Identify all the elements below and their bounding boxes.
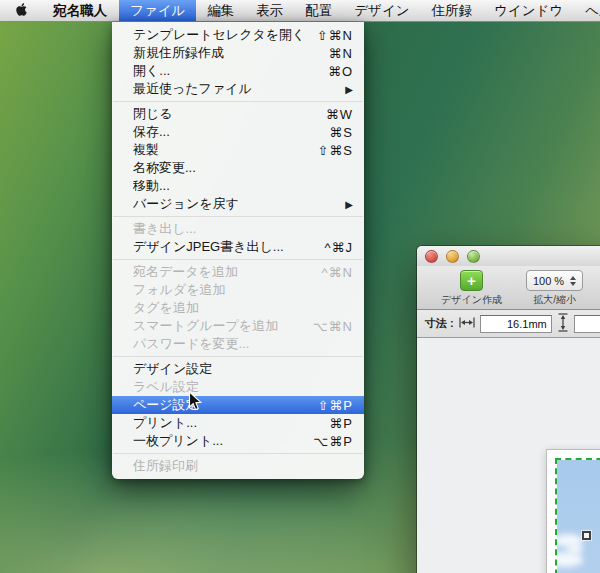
plus-icon[interactable]: +	[460, 270, 483, 291]
menu-item-shortcut: ⌥⌘N	[313, 319, 353, 334]
window-titlebar[interactable]	[417, 246, 600, 266]
create-design-label: デザイン作成	[441, 293, 502, 307]
menu-item-label: デザイン設定	[133, 360, 353, 378]
menu-item-label: フォルダを追加	[133, 281, 353, 299]
menubar-item-6[interactable]: 住所録	[421, 0, 484, 21]
apple-icon	[15, 2, 28, 20]
menu-separator	[113, 356, 363, 357]
file-menu-item-3[interactable]: 最近使ったファイル▶	[112, 80, 364, 98]
file-menu-item-2[interactable]: 開く...⌘O	[112, 62, 364, 80]
selection-outline[interactable]	[555, 458, 600, 573]
file-menu-item-7[interactable]: 複製⇧⌘S	[112, 141, 364, 159]
window-toolbar: + デザイン作成 100 % 拡大/縮小 表示	[417, 266, 600, 310]
menu-item-label: 宛名データを追加	[133, 263, 310, 281]
file-menu-item-1[interactable]: 新規住所録作成⌘N	[112, 44, 364, 62]
menu-item-label: バージョンを戻す	[133, 195, 333, 213]
file-menu-item-21[interactable]: デザイン設定	[112, 360, 364, 378]
file-menu-item-10[interactable]: バージョンを戻す▶	[112, 195, 364, 213]
file-menu: テンプレートセレクタを開く...⇧⌘N新規住所録作成⌘N開く...⌘O最近使った…	[112, 22, 364, 479]
menu-item-shortcut: ⌘O	[328, 64, 353, 79]
menu-item-shortcut: ^⌘N	[322, 265, 354, 280]
file-menu-item-12: 書き出し...	[112, 220, 364, 238]
file-menu-item-27: 住所録印刷	[112, 457, 364, 475]
zoom-tool: 100 % 拡大/縮小	[526, 270, 583, 307]
file-menu-item-23[interactable]: ページ設定⇧⌘P	[112, 396, 364, 414]
document-page[interactable]	[546, 449, 600, 573]
menu-item-label: 最近使ったファイル	[133, 80, 333, 98]
menu-item-label: ラベル設定	[133, 378, 353, 396]
file-menu-item-19: パスワードを変更...	[112, 335, 364, 353]
menu-item-label: 新規住所録作成	[133, 44, 317, 62]
file-menu-item-6[interactable]: 保存...⌘S	[112, 123, 364, 141]
menu-item-shortcut: ⇧⌘S	[317, 143, 353, 158]
menu-item-label: 一枚プリント...	[133, 432, 301, 450]
menubar-item-0[interactable]: 宛名職人	[41, 0, 119, 21]
submenu-arrow-icon: ▶	[345, 84, 353, 95]
menu-item-shortcut: ⌥⌘P	[313, 434, 353, 449]
menu-separator	[113, 453, 363, 454]
file-menu-item-8[interactable]: 名称変更...	[112, 159, 364, 177]
close-window-button[interactable]	[425, 250, 438, 263]
document-window: + デザイン作成 100 % 拡大/縮小 表示	[417, 246, 600, 573]
desktop: 宛名職人ファイル編集表示配置デザイン住所録ウインドウヘルプ テンプレートセレクタ…	[0, 0, 600, 573]
menu-item-label: 保存...	[133, 123, 317, 141]
file-menu-item-18: スマートグループを追加⌥⌘N	[112, 317, 364, 335]
menubar-item-7[interactable]: ウインドウ	[483, 0, 574, 21]
apple-menu[interactable]	[0, 0, 41, 21]
file-menu-item-13[interactable]: デザインJPEG書き出し...^⌘J	[112, 238, 364, 256]
menu-item-shortcut: ^⌘J	[324, 240, 353, 255]
menu-separator	[113, 216, 363, 217]
menu-item-label: 閉じる	[133, 105, 314, 123]
file-menu-item-15: 宛名データを追加^⌘N	[112, 263, 364, 281]
menu-item-label: 書き出し...	[133, 220, 353, 238]
design-canvas[interactable]	[417, 341, 600, 573]
menu-item-label: 複製	[133, 141, 305, 159]
menu-item-label: 住所録印刷	[133, 457, 353, 475]
menu-item-label: スマートグループを追加	[133, 317, 301, 335]
menu-item-label: テンプレートセレクタを開く...	[133, 26, 305, 44]
horizontal-measure-icon	[459, 316, 475, 331]
minimize-window-button[interactable]	[446, 250, 459, 263]
zoom-label: 拡大/縮小	[533, 293, 576, 307]
menubar-item-2[interactable]: 編集	[196, 0, 245, 21]
stepper-arrows-icon[interactable]	[570, 276, 576, 286]
dimension-label: 寸法 :	[425, 316, 454, 331]
vertical-measure-icon	[557, 313, 569, 334]
menubar-item-1[interactable]: ファイル	[119, 0, 196, 21]
dimension-bar: 寸法 : 16.1mm	[417, 310, 600, 338]
menu-item-label: タグを追加	[133, 299, 353, 317]
menu-item-shortcut: ⌘S	[329, 125, 353, 140]
menubar-item-8[interactable]: ヘルプ	[574, 0, 600, 21]
menu-item-shortcut: ⇧⌘N	[317, 28, 353, 43]
menubar-item-4[interactable]: 配置	[294, 0, 343, 21]
zoom-stepper[interactable]: 100 %	[526, 270, 583, 291]
menu-separator	[113, 101, 363, 102]
zoom-value: 100 %	[533, 275, 564, 287]
file-menu-item-25[interactable]: 一枚プリント...⌥⌘P	[112, 432, 364, 450]
menubar-item-5[interactable]: デザイン	[343, 0, 420, 21]
menu-item-shortcut: ⌘P	[329, 416, 353, 431]
file-menu-item-22: ラベル設定	[112, 378, 364, 396]
height-field[interactable]: 71.5	[574, 315, 600, 333]
placed-photo[interactable]	[557, 460, 600, 573]
file-menu-item-0[interactable]: テンプレートセレクタを開く...⇧⌘N	[112, 26, 364, 44]
menu-item-label: プリント...	[133, 414, 317, 432]
menu-item-shortcut: ⌘N	[329, 46, 353, 61]
menu-item-label: ページ設定	[133, 396, 305, 414]
file-menu-item-16: フォルダを追加	[112, 281, 364, 299]
file-menu-item-9[interactable]: 移動...	[112, 177, 364, 195]
file-menu-item-24[interactable]: プリント...⌘P	[112, 414, 364, 432]
menubar-item-3[interactable]: 表示	[245, 0, 294, 21]
create-design-tool[interactable]: + デザイン作成	[441, 270, 502, 307]
selection-handle[interactable]	[582, 531, 591, 540]
menu-bar: 宛名職人ファイル編集表示配置デザイン住所録ウインドウヘルプ	[0, 0, 600, 22]
mouse-cursor-icon	[188, 391, 203, 412]
menu-item-shortcut: ⇧⌘P	[317, 398, 353, 413]
menu-item-label: デザインJPEG書き出し...	[133, 238, 312, 256]
width-field[interactable]: 16.1mm	[480, 315, 552, 333]
menu-item-label: 名称変更...	[133, 159, 353, 177]
file-menu-item-5[interactable]: 閉じる⌘W	[112, 105, 364, 123]
zoom-window-button[interactable]	[467, 250, 480, 263]
menu-item-label: 開く...	[133, 62, 316, 80]
menu-separator	[113, 259, 363, 260]
